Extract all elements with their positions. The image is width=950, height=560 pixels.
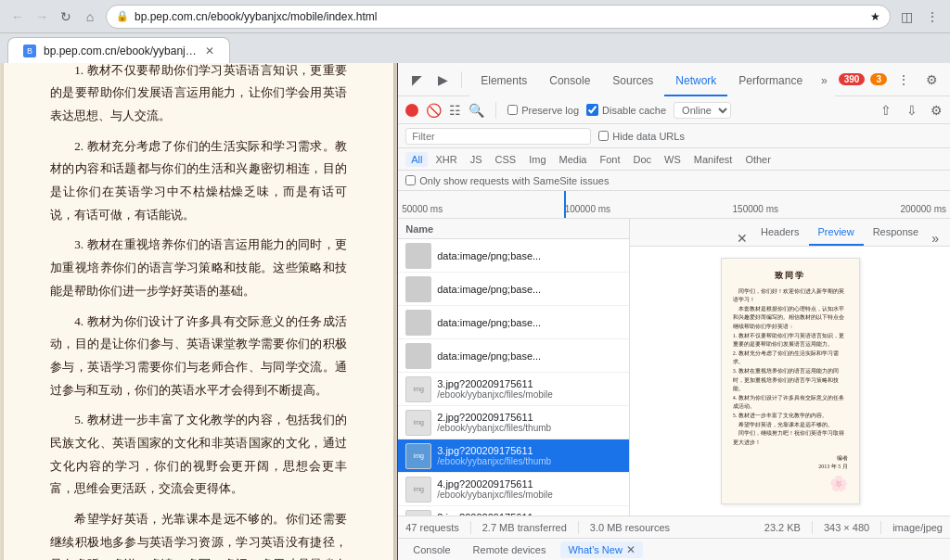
page-content: 致同学 同学们，你们好！欢迎你们进入新学期的英语学习！ 本套教材是根据你们的心理… <box>0 63 397 560</box>
list-item[interactable]: img 2.jpg?200209175611 /ebook/yybanjxc/f… <box>398 406 629 439</box>
type-filter-other[interactable]: Other <box>739 152 777 167</box>
request-name-7: 4.jpg?200209175611 <box>437 478 622 490</box>
type-filter-all[interactable]: All <box>405 152 428 167</box>
detail-tab-preview[interactable]: Preview <box>809 220 864 246</box>
list-item-selected[interactable]: img 3.jpg?200209175611 /ebook/yybanjxc/f… <box>398 439 629 473</box>
back-button[interactable]: ← <box>7 6 28 27</box>
type-filter-media[interactable]: Media <box>554 152 593 167</box>
request-thumbnail-6: img <box>405 443 431 469</box>
type-filter-doc[interactable]: Doc <box>628 152 658 167</box>
request-name-2: data:image/png;base... <box>437 317 622 328</box>
type-filter-row: All XHR JS CSS Img Media Font Doc WS Man… <box>398 148 950 171</box>
throttle-select[interactable]: Online <box>674 102 731 119</box>
extensions-button[interactable]: ◫ <box>896 6 917 27</box>
list-item[interactable]: data:image/png;base... <box>398 306 629 339</box>
devtools-settings-button[interactable]: ⚙ <box>920 69 943 91</box>
status-divider-1 <box>470 521 471 534</box>
request-thumbnail-3 <box>405 343 431 369</box>
devtools-tabs: Elements Console Sources Network Perform… <box>469 63 835 96</box>
tab-elements[interactable]: Elements <box>469 67 538 96</box>
type-filter-img[interactable]: Img <box>523 152 551 167</box>
download-button[interactable]: ⇩ <box>901 99 923 121</box>
timeline-label-3: 150000 ms <box>733 204 778 214</box>
detail-size: 23.2 KB <box>764 522 801 533</box>
devtools-panel: ◤ ▶ Elements Console Sources Network Per… <box>397 63 950 560</box>
detail-tab-response[interactable]: Response <box>864 220 929 246</box>
clear-button[interactable]: 🚫 <box>426 103 442 118</box>
network-settings-button[interactable]: ⚙ <box>931 103 943 118</box>
request-name-3: data:image/png;base... <box>437 350 622 362</box>
tab-performance[interactable]: Performance <box>727 67 814 96</box>
type-filter-font[interactable]: Font <box>595 152 626 167</box>
toolbar-sep-2 <box>495 102 496 119</box>
type-filter-js[interactable]: JS <box>465 152 488 167</box>
timeline-label-4: 200000 ms <box>901 204 946 214</box>
detail-close-button[interactable]: ✕ <box>733 231 751 246</box>
tab-more[interactable]: » <box>814 67 835 96</box>
request-thumbnail-5: img <box>405 410 431 436</box>
book-page: 致同学 同学们，你们好！欢迎你们进入新学期的英语学习！ 本套教材是根据你们的心理… <box>4 63 393 560</box>
list-item[interactable]: img 3.jpg?200209175611 /ebook/yybanjxc/f… <box>398 373 629 406</box>
dock-icon[interactable]: ◤ <box>405 69 428 91</box>
type-filter-css[interactable]: CSS <box>490 152 522 167</box>
tab-console[interactable]: Console <box>538 67 601 96</box>
inspect-icon[interactable]: ▶ <box>431 69 454 91</box>
detail-dimensions: 343 × 480 <box>824 522 869 533</box>
hide-data-urls-label[interactable]: Hide data URLs <box>598 131 685 142</box>
search-button[interactable]: 🔍 <box>469 103 484 118</box>
request-info-0: data:image/png;base... <box>437 250 622 261</box>
disable-cache-label[interactable]: Disable cache <box>586 104 666 116</box>
remote-devices-button[interactable]: Remote devices <box>466 542 554 557</box>
request-name-4: 3.jpg?200209175611 <box>437 378 622 389</box>
type-filter-xhr[interactable]: XHR <box>430 152 462 167</box>
request-name-6: 3.jpg?200209175611 <box>437 445 622 456</box>
type-filter-manifest[interactable]: Manifest <box>688 152 738 167</box>
list-item[interactable]: img 3.jpg?200209175611 /ebook/yybanjxc/f… <box>398 506 629 515</box>
detail-more-button[interactable]: » <box>928 231 943 246</box>
type-filter-ws[interactable]: WS <box>659 152 687 167</box>
upload-button[interactable]: ⇧ <box>875 99 897 121</box>
devtools-toolbar-right: 390 3 ⋮ ⚙ <box>839 69 943 91</box>
request-info-1: data:image/png;base... <box>437 284 622 295</box>
samesite-label[interactable]: Only show requests with SameSite issues <box>405 175 609 186</box>
samesite-checkbox[interactable] <box>405 175 416 185</box>
list-item[interactable]: data:image/png;base... <box>398 273 629 306</box>
home-button[interactable]: ⌂ <box>80 6 100 27</box>
requests-panel: Name data:image/png;base... data:image/p… <box>398 219 630 515</box>
devtools-more-options[interactable]: ⋮ <box>892 69 915 91</box>
detail-type: image/jpeg <box>892 522 943 533</box>
request-info-6: 3.jpg?200209175611 /ebook/yybanjxc/files… <box>437 445 622 466</box>
tab-network[interactable]: Network <box>664 67 727 96</box>
list-item[interactable]: data:image/png;base... <box>398 339 629 373</box>
address-bar[interactable]: 🔒 bp.pep.com.cn/ebook/yybanjxc/mobile/in… <box>106 5 891 29</box>
browser-tab[interactable]: B bp.pep.com.cn/ebook/yybanjxc/mobile ✕ <box>7 37 230 63</box>
book-paragraph-3: 2. 教材充分考虑了你们的生活实际和学习需求。教材的内容和话题都与你们的生活和兴… <box>50 135 347 227</box>
list-item[interactable]: img 4.jpg?200209175611 /ebook/yybanjxc/f… <box>398 473 629 506</box>
devtools-toolbar: ◤ ▶ Elements Console Sources Network Per… <box>398 63 950 96</box>
disable-cache-checkbox[interactable] <box>586 104 598 116</box>
request-name-5: 2.jpg?200209175611 <box>437 412 622 423</box>
reload-button[interactable]: ↻ <box>56 6 76 27</box>
preserve-log-checkbox[interactable] <box>507 105 518 115</box>
request-thumbnail-4: img <box>405 376 431 402</box>
detail-tab-headers[interactable]: Headers <box>751 220 809 246</box>
whats-new-button[interactable]: What's New ✕ <box>560 541 642 558</box>
preserve-log-label[interactable]: Preserve log <box>507 105 579 116</box>
book-paragraph-2: 1. 教材不仅要帮助你们学习英语语言知识，更重要的是要帮助你们发展语言运用能力，… <box>50 63 347 128</box>
book-paragraph-5: 4. 教材为你们设计了许多具有交际意义的任务成活动，目的是让你们参与、英语课堂教… <box>50 311 347 402</box>
list-item[interactable]: data:image/png;base... <box>398 239 629 273</box>
status-bar: 47 requests 2.7 MB transferred 3.0 MB re… <box>398 515 950 538</box>
record-button[interactable] <box>405 104 418 117</box>
console-tab-button[interactable]: Console <box>405 542 457 557</box>
requests-count: 47 requests <box>405 522 458 533</box>
hide-data-urls-checkbox[interactable] <box>598 131 609 141</box>
tab-close-icon[interactable]: ✕ <box>205 45 214 57</box>
tab-sources[interactable]: Sources <box>601 67 664 96</box>
whats-new-close-icon[interactable]: ✕ <box>626 543 635 556</box>
status-divider-3 <box>812 521 813 534</box>
warn-count-badge: 3 <box>870 73 887 85</box>
request-thumbnail-1 <box>405 276 431 302</box>
filter-input[interactable] <box>405 128 591 145</box>
menu-button[interactable]: ⋮ <box>922 6 943 27</box>
forward-button[interactable]: → <box>32 6 52 27</box>
